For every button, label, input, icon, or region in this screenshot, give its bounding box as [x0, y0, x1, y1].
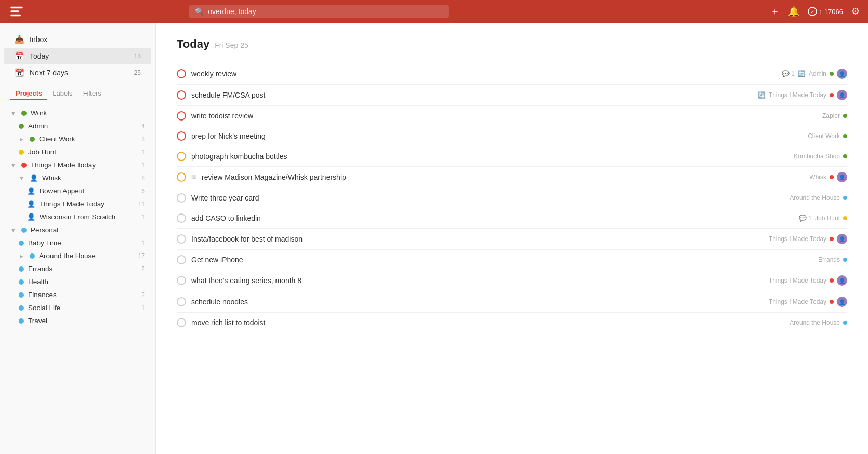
task-circle[interactable] [177, 213, 186, 223]
project-dot [19, 241, 24, 246]
sidebar-item-inbox[interactable]: 📥 Inbox [4, 31, 151, 48]
karma-circle-icon: ✓ [808, 7, 817, 16]
task-project-label: Kombucha Shop [794, 153, 840, 160]
sidebar-item-next7[interactable]: 📆 Next 7 days 25 [4, 64, 151, 81]
sidebar-tabs: ProjectsLabelsFilters [0, 87, 155, 100]
expand-arrow: ▼ [10, 227, 16, 233]
sidebar-project-errands[interactable]: Errands2 [0, 262, 155, 275]
svg-rect-1 [10, 10, 19, 12]
task-item: weekly review💬 1🔄Admin👤 [177, 63, 847, 85]
comment-icon: 💬 1 [799, 215, 812, 222]
notifications-button[interactable]: 🔔 [788, 6, 799, 17]
sidebar-tab-labels[interactable]: Labels [47, 87, 77, 100]
task-circle[interactable] [177, 152, 186, 161]
sidebar-project-personal[interactable]: ▼Personal [0, 223, 155, 236]
task-meta: Errands [818, 256, 847, 263]
repeat-icon: 🔄 [798, 70, 806, 77]
sidebar-project-wisconsin[interactable]: 👤Wisconsin From Scratch1 [0, 210, 155, 223]
task-project-dot [830, 72, 834, 76]
project-label: Job Hunt [28, 148, 56, 156]
task-circle[interactable] [177, 193, 186, 203]
sidebar-project-babytime[interactable]: Baby Time1 [0, 236, 155, 249]
task-item: schedule FM/CSA post🔄Things I Made Today… [177, 85, 847, 106]
sidebar-tab-projects[interactable]: Projects [10, 87, 47, 100]
task-avatar: 👤 [837, 297, 847, 307]
mail-icon: ✉ [191, 173, 196, 181]
sidebar-project-finances[interactable]: Finances2 [0, 288, 155, 301]
add-button[interactable]: ＋ [770, 5, 780, 18]
task-project-label: Job Hunt [815, 215, 840, 222]
task-item: photograph kombucha bottlesKombucha Shop [177, 146, 847, 167]
task-meta: Things I Made Today👤 [769, 234, 847, 244]
project-badge: 11 [138, 201, 145, 208]
task-circle[interactable] [177, 255, 186, 264]
sidebar-nav-label: Today [30, 52, 49, 60]
sidebar-project-work[interactable]: ▼Work [0, 106, 155, 119]
project-label: Around the House [39, 252, 96, 260]
task-project-label: Errands [818, 256, 840, 263]
main-content: Today Fri Sep 25 weekly review💬 1🔄Admin👤… [156, 23, 868, 454]
svg-rect-2 [10, 15, 21, 17]
task-project-dot [843, 216, 847, 220]
sidebar-project-clientwork[interactable]: ►Client Work3 [0, 132, 155, 145]
task-item: Write three year cardAround the House [177, 188, 847, 208]
expand-arrow: ▼ [10, 110, 16, 116]
sidebar-project-sociallife[interactable]: Social Life1 [0, 301, 155, 314]
task-circle[interactable] [177, 131, 186, 141]
task-project-dot [830, 278, 834, 283]
project-label: Admin [28, 122, 48, 130]
task-item: prep for Nick's meetingClient Work [177, 126, 847, 146]
project-label: Things I Made Today [31, 161, 96, 169]
page-subtitle: Fri Sep 25 [215, 41, 248, 49]
task-avatar: 👤 [837, 172, 847, 182]
project-dot [19, 150, 24, 155]
task-circle[interactable] [177, 297, 186, 306]
sidebar-project-admin[interactable]: Admin4 [0, 119, 155, 132]
project-dot [19, 305, 24, 311]
sidebar-item-today[interactable]: 📅 Today 13 [4, 48, 151, 64]
sidebar-project-health[interactable]: Health [0, 275, 155, 288]
sidebar-project-bowen[interactable]: 👤Bowen Appetit6 [0, 184, 155, 197]
sidebar-project-travel[interactable]: Travel [0, 314, 155, 327]
sidebar-project-aroundhouse[interactable]: ►Around the House17 [0, 249, 155, 262]
project-badge: 1 [141, 239, 145, 247]
project-label: Travel [28, 317, 47, 325]
sidebar-project-things[interactable]: ▼Things I Made Today1 [0, 158, 155, 171]
page-title: Today [177, 37, 209, 51]
task-project-dot [843, 154, 847, 158]
project-badge: 8 [141, 175, 145, 182]
task-project-label: Things I Made Today [769, 298, 826, 305]
task-project-label: Around the House [790, 319, 840, 326]
task-item: Get new iPhoneErrands [177, 250, 847, 270]
search-bar[interactable]: 🔍 overdue, today [189, 5, 449, 18]
task-text: photograph kombucha bottles [191, 152, 788, 161]
task-circle[interactable] [177, 234, 186, 244]
task-circle[interactable] [177, 90, 186, 100]
project-badge: 1 [141, 304, 145, 312]
task-list: weekly review💬 1🔄Admin👤schedule FM/CSA p… [177, 63, 847, 332]
person-icon: 👤 [27, 187, 35, 195]
task-project-dot [843, 196, 847, 200]
today-icon: 📅 [15, 51, 24, 61]
task-circle[interactable] [177, 172, 186, 182]
layout: 📥 Inbox 📅 Today 13 📆 Next 7 days 25 Proj… [0, 23, 868, 454]
app-logo[interactable] [8, 3, 25, 20]
person-icon: 👤 [27, 200, 35, 208]
sidebar-project-jobhunt[interactable]: Job Hunt1 [0, 145, 155, 158]
task-text: Get new iPhone [191, 256, 813, 264]
project-label: Client Work [39, 135, 75, 143]
project-dot [19, 279, 24, 285]
person-icon: 👤 [27, 213, 35, 221]
project-badge: 17 [138, 252, 145, 260]
project-badge: 3 [141, 136, 145, 143]
task-project-label: Admin [809, 70, 826, 77]
topbar-actions: ＋ 🔔 ✓ ↑ 17066 ⚙ [770, 5, 860, 18]
task-circle[interactable] [177, 69, 186, 78]
task-circle[interactable] [177, 111, 186, 121]
sidebar-tab-filters[interactable]: Filters [78, 87, 107, 100]
sidebar-project-things2[interactable]: 👤Things I Made Today11 [0, 197, 155, 210]
sidebar-project-whisk[interactable]: ▼👤Whisk8 [0, 171, 155, 184]
task-circle[interactable] [177, 276, 186, 285]
settings-button[interactable]: ⚙ [851, 6, 860, 17]
task-circle[interactable] [177, 318, 186, 327]
